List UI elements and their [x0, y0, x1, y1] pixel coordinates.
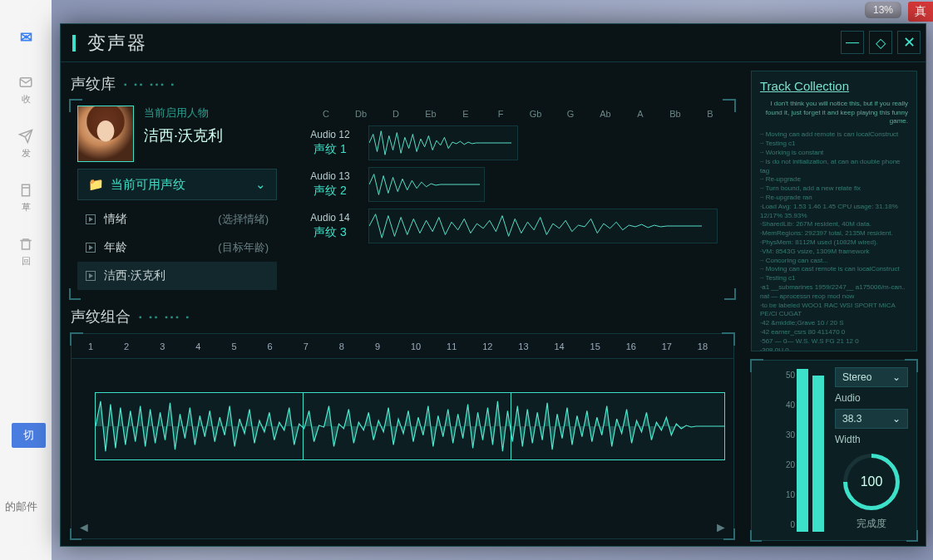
waveform-1[interactable]	[368, 125, 518, 160]
email-nav-trash: 回	[18, 237, 33, 268]
svg-rect-1	[22, 184, 30, 196]
combo-waveform-clip[interactable]	[95, 392, 725, 460]
track-collection-title: Track Collection	[760, 78, 908, 95]
track-collection-intro: I don't think you will notice this, but …	[760, 100, 908, 125]
svg-rect-2	[22, 241, 30, 250]
voiceprint-track-2[interactable]: Audio 13声纹 2	[292, 167, 728, 202]
meter-bar-right	[812, 376, 824, 532]
voiceprint-track-3[interactable]: Audio 14声纹 3	[292, 209, 728, 243]
voice-changer-window: 变声器 — ◇ ✕ 声纹库 ▪ ▪▪ ▪▪▪ ▪ 当前启用人物	[60, 23, 926, 547]
maximize-button[interactable]: ◇	[869, 31, 892, 54]
play-icon	[86, 271, 96, 281]
persona-label: 当前启用人物	[144, 106, 223, 120]
chevron-down-icon: ⌄	[892, 371, 901, 383]
play-icon	[86, 243, 96, 253]
level-meter: 50 40 30 20 10 0	[760, 367, 828, 535]
combo-section-header: 声纹组合 ▪ ▪▪ ▪▪▪ ▪	[71, 307, 734, 327]
track-collection-panel: Track Collection I don't think you will …	[751, 71, 917, 351]
filter-emotion[interactable]: 情绪 (选择情绪)	[77, 205, 277, 233]
titlebar: 变声器 — ◇ ✕	[61, 24, 926, 62]
audio-label: Audio	[835, 392, 908, 404]
dropdown-label: 当前可用声纹	[111, 177, 185, 193]
library-title: 声纹库	[71, 74, 116, 94]
email-logo: ✉	[9, 25, 42, 50]
width-label: Width	[835, 434, 908, 445]
battery-badge: 13%	[865, 2, 901, 18]
email-nav-sent: 发	[18, 129, 33, 160]
email-nav-inbox: 收	[18, 75, 33, 106]
track-collection-body: ·· Moving can add remote is can localCon…	[760, 130, 908, 351]
close-button[interactable]: ✕	[897, 31, 921, 54]
window-title: 变声器	[87, 31, 147, 56]
timeline-ruler: 123456789101112131415161718	[72, 334, 733, 359]
completion-label: 完成度	[835, 517, 908, 531]
voiceprint-library: 当前启用人物 洁西·沃克利 📁 当前可用声纹 ⌄ 情绪 (选择情绪)	[71, 101, 734, 298]
current-persona: 当前启用人物 洁西·沃克利	[77, 106, 277, 162]
waveform-3[interactable]	[368, 209, 718, 243]
titlebar-accent	[72, 35, 76, 52]
timeline-track-area[interactable]	[72, 359, 733, 538]
filter-persona[interactable]: 洁西·沃克利	[77, 262, 277, 290]
chevron-down-icon: ⌄	[892, 413, 901, 425]
switch-button[interactable]: 切	[12, 423, 46, 448]
audio-value-select[interactable]: 38.3⌄	[835, 409, 908, 429]
waveform-2[interactable]	[368, 167, 485, 202]
timeline[interactable]: 123456789101112131415161718 ◄ ►	[71, 333, 734, 539]
stereo-select[interactable]: Stereo⌄	[835, 367, 908, 387]
play-icon	[86, 214, 96, 224]
note-scale: CDbDEbEFGbGAbABbB	[292, 106, 728, 125]
decorative-dots: ▪ ▪▪ ▪▪▪ ▪	[124, 80, 176, 89]
background-email-sidebar: ✉ 收 发 草 回	[0, 0, 52, 560]
top-red-badge: 真	[908, 2, 933, 22]
persona-avatar[interactable]	[77, 106, 134, 162]
decorative-dots: ▪ ▪▪ ▪▪▪ ▪	[139, 312, 191, 322]
timeline-next-button[interactable]: ►	[713, 520, 728, 535]
timeline-prev-button[interactable]: ◄	[77, 520, 91, 535]
combo-title: 声纹组合	[71, 307, 131, 327]
meters-panel: 50 40 30 20 10 0 Stereo⌄ Audio	[751, 360, 917, 541]
voiceprint-dropdown[interactable]: 📁 当前可用声纹 ⌄	[77, 169, 277, 200]
bottom-mail-label: 的邮件	[5, 499, 37, 514]
chevron-down-icon: ⌄	[255, 177, 266, 192]
library-section-header: 声纹库 ▪ ▪▪ ▪▪▪ ▪	[71, 74, 734, 94]
meter-bar-left	[797, 369, 808, 532]
filter-age[interactable]: 年龄 (目标年龄)	[77, 233, 277, 262]
completion-gauge: 100	[832, 442, 911, 522]
folder-icon: 📁	[88, 177, 104, 192]
voiceprint-track-1[interactable]: Audio 12声纹 1	[292, 125, 728, 160]
email-nav-draft: 草	[18, 183, 33, 214]
persona-name: 洁西·沃克利	[144, 125, 223, 145]
minimize-button[interactable]: —	[841, 31, 864, 54]
